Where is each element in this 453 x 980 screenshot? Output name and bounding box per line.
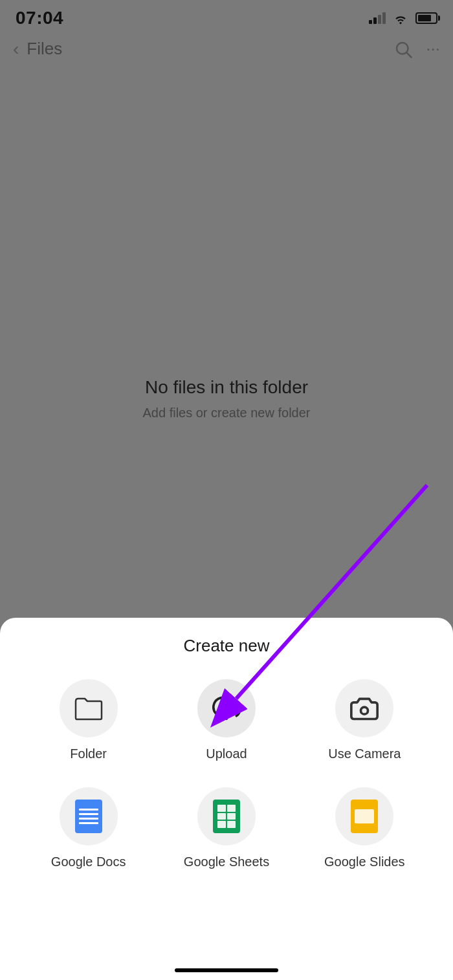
google-sheets-icon-circle: [197, 787, 256, 845]
upload-icon-circle: [197, 679, 256, 737]
bottom-sheet-title: Create new: [13, 636, 440, 656]
camera-icon: [350, 696, 379, 721]
create-upload-item[interactable]: Upload: [164, 679, 289, 761]
empty-title: No files in this folder: [145, 377, 308, 398]
back-button[interactable]: ‹: [13, 40, 19, 58]
google-docs-icon-circle: [60, 787, 118, 845]
nav-bar: ‹ Files ···: [0, 32, 453, 65]
folder-icon: [74, 696, 103, 721]
status-time: 07:04: [16, 8, 63, 28]
battery-icon: [415, 12, 437, 24]
bottom-sheet: Create new Folder Upload: [0, 618, 453, 980]
google-sheets-icon: [213, 800, 240, 833]
google-docs-label: Google Docs: [51, 855, 126, 869]
empty-state: No files in this folder Add files or cre…: [142, 377, 310, 420]
nav-left: ‹ Files: [13, 39, 62, 59]
create-google-docs-item[interactable]: Google Docs: [26, 787, 151, 869]
status-bar: 07:04: [0, 0, 453, 32]
camera-icon-circle: [335, 679, 393, 737]
camera-label: Use Camera: [328, 746, 401, 761]
google-slides-icon-circle: [335, 787, 393, 845]
svg-point-3: [361, 707, 368, 714]
upload-label: Upload: [206, 746, 247, 761]
create-folder-item[interactable]: Folder: [26, 679, 151, 761]
search-icon[interactable]: [393, 39, 413, 59]
empty-subtitle: Add files or create new folder: [142, 406, 310, 420]
google-docs-icon: [75, 800, 102, 833]
create-google-slides-item[interactable]: Google Slides: [302, 787, 427, 869]
nav-right: ···: [393, 39, 440, 59]
svg-line-1: [407, 52, 412, 57]
create-google-sheets-item[interactable]: Google Sheets: [164, 787, 289, 869]
page-title: Files: [27, 39, 62, 59]
google-sheets-label: Google Sheets: [184, 855, 269, 869]
home-indicator: [175, 968, 278, 972]
create-grid: Folder Upload Use Camera: [13, 679, 440, 869]
folder-label: Folder: [70, 746, 107, 761]
more-menu-icon[interactable]: ···: [426, 39, 440, 59]
main-content: No files in this folder Add files or cre…: [0, 65, 453, 602]
create-camera-item[interactable]: Use Camera: [302, 679, 427, 761]
status-icons: [369, 12, 437, 25]
wifi-icon: [392, 12, 409, 25]
google-slides-icon: [351, 800, 378, 833]
folder-icon-circle: [60, 679, 118, 737]
upload-icon: [212, 694, 241, 723]
google-slides-label: Google Slides: [324, 855, 405, 869]
signal-icon: [369, 12, 386, 24]
